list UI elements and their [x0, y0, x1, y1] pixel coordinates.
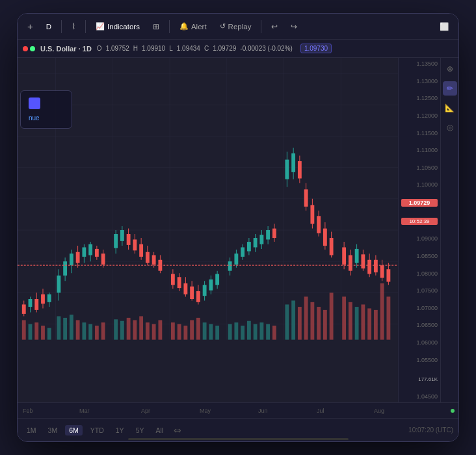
svg-rect-18	[29, 299, 33, 307]
chart-canvas[interactable]	[18, 58, 398, 402]
measure-tool[interactable]: 📐	[443, 101, 457, 115]
time-axis: Feb Mar Apr May Jun Jul Aug	[18, 402, 458, 418]
svg-rect-32	[76, 252, 80, 263]
svg-rect-142	[158, 320, 162, 340]
time-label-jun: Jun	[258, 408, 268, 414]
chart-type-button[interactable]: ⌇	[67, 20, 80, 33]
svg-rect-112	[361, 254, 365, 268]
crosshair-tool[interactable]: ⊕	[443, 62, 457, 76]
interval-button[interactable]: D	[42, 21, 56, 32]
svg-rect-162	[304, 296, 308, 339]
price-level-16: 1.05500	[401, 357, 438, 363]
undo-button[interactable]: ↩	[267, 20, 282, 33]
svg-rect-48	[133, 239, 137, 250]
svg-rect-24	[47, 294, 51, 302]
time-label-may: May	[200, 408, 211, 414]
timeframe-6m[interactable]: 6M	[65, 425, 83, 436]
tooltip-icon	[29, 98, 40, 109]
svg-rect-149	[209, 324, 213, 340]
svg-rect-165	[323, 310, 327, 340]
alert-label: Alert	[191, 23, 207, 31]
circle-tool[interactable]: ◎	[443, 120, 457, 135]
svg-rect-84	[259, 235, 263, 244]
indicators-button[interactable]: 📈 Indicators	[91, 20, 144, 32]
timeframe-ytd[interactable]: YTD	[86, 425, 108, 436]
svg-rect-16	[22, 304, 26, 313]
svg-rect-104	[330, 238, 334, 255]
time-label-jul: Jul	[317, 408, 324, 414]
svg-rect-96	[304, 189, 308, 207]
svg-rect-54	[152, 255, 156, 265]
tooltip-continue[interactable]: nue	[29, 114, 64, 122]
svg-rect-76	[234, 254, 238, 265]
svg-rect-86	[266, 230, 270, 239]
price-level-13: 1.07000	[401, 305, 438, 311]
expand-button[interactable]: ⬜	[435, 20, 453, 33]
svg-rect-64	[190, 287, 194, 299]
svg-rect-164	[317, 307, 321, 340]
time-label-aug: Aug	[374, 408, 384, 414]
tooltip-panel: nue	[20, 90, 72, 129]
scrollbar[interactable]	[128, 438, 349, 440]
separator-1	[61, 20, 62, 33]
svg-rect-154	[247, 321, 251, 340]
svg-rect-147	[196, 318, 200, 340]
time-label-feb: Feb	[23, 408, 33, 414]
svg-rect-36	[88, 244, 92, 255]
timeframe-3m[interactable]: 3M	[44, 425, 62, 436]
dot-green	[30, 46, 35, 51]
redo-icon: ↪	[291, 22, 297, 31]
templates-button[interactable]: ⊞	[148, 20, 164, 33]
redo-button[interactable]: ↪	[286, 20, 302, 33]
price-level-11: 1.08000	[401, 270, 438, 277]
high-value: 1.09910	[142, 45, 165, 52]
svg-rect-156	[259, 322, 263, 340]
svg-rect-98	[310, 205, 314, 224]
svg-rect-161	[298, 307, 302, 340]
svg-rect-145	[183, 326, 187, 340]
svg-rect-114	[367, 260, 371, 274]
svg-rect-70	[209, 280, 213, 291]
svg-rect-122	[22, 320, 26, 340]
svg-rect-74	[228, 261, 232, 270]
add-symbol-button[interactable]: +	[23, 19, 38, 34]
timeframe-5y[interactable]: 5Y	[132, 425, 148, 436]
live-indicator	[451, 409, 455, 413]
price-level-7: 1.10500	[401, 164, 438, 171]
separator-3	[169, 20, 170, 33]
close-value: 1.09729	[213, 45, 236, 52]
svg-rect-92	[291, 153, 295, 172]
draw-tool[interactable]: ✏	[443, 81, 457, 96]
timeframe-1y[interactable]: 1Y	[112, 425, 128, 436]
svg-rect-138	[133, 320, 137, 340]
svg-rect-26	[57, 276, 60, 293]
candlestick-chart	[18, 58, 398, 402]
price-level-10: 1.08500	[401, 253, 438, 259]
svg-rect-152	[234, 322, 238, 340]
svg-rect-38	[95, 249, 99, 257]
timeframe-1m[interactable]: 1M	[23, 425, 40, 436]
price-level-15: 1.06000	[401, 339, 438, 346]
svg-rect-140	[146, 322, 150, 340]
dot-red	[23, 46, 28, 51]
time-label-apr: Apr	[141, 408, 150, 414]
replay-button[interactable]: ↺ Replay	[215, 20, 256, 32]
low-label: L	[169, 45, 173, 52]
chart-type-select-icon[interactable]: ⇔	[174, 425, 181, 436]
svg-rect-174	[386, 296, 390, 339]
alert-button[interactable]: 🔔 Alert	[175, 20, 211, 32]
svg-rect-50	[139, 244, 143, 257]
svg-rect-34	[82, 248, 86, 257]
svg-rect-62	[183, 283, 187, 294]
undo-icon: ↩	[271, 22, 278, 31]
price-change: -0.00023 (-0.02%)	[240, 45, 293, 52]
timeframe-all[interactable]: All	[152, 425, 167, 436]
svg-rect-118	[380, 265, 384, 278]
price-level-12: 1.07500	[401, 287, 438, 294]
separator-2	[85, 20, 86, 33]
interval-label: D	[46, 23, 51, 31]
svg-rect-20	[34, 299, 38, 310]
price-level-8: 1.10000	[401, 181, 438, 188]
ohlc-data: O 1.09752 H 1.09910 L 1.09434 C 1.09729 …	[97, 45, 293, 52]
svg-rect-60	[178, 277, 181, 288]
